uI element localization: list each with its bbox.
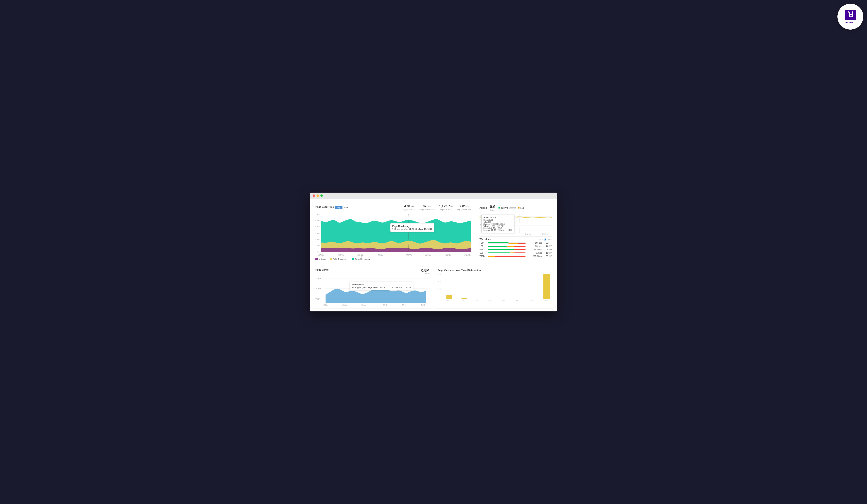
pv-header: Page Views 0.5M Views xyxy=(315,268,429,275)
svg-text:5 %: 5 % xyxy=(438,295,440,297)
stat-render-time: 2.81sec Avg Render Time xyxy=(457,204,471,211)
wv-fill-cls-red xyxy=(514,253,526,254)
wv-bar-fid xyxy=(488,249,525,250)
svg-text:12:00 pm: 12:00 pm xyxy=(357,255,364,257)
wv-users-fcp: 23,845 xyxy=(543,242,552,244)
apdex-panel: Apdex 0.9 Score 82.37 % Satisfied xyxy=(477,202,554,261)
wv-fill-ttfb-red xyxy=(495,256,525,257)
svg-text:5 sec: 5 sec xyxy=(516,300,519,301)
top-row: Page Load Time Avg Perc 4.91sec Avg Load… xyxy=(313,202,554,263)
stat-render-value: 2.81sec xyxy=(457,204,471,208)
stat-dom-label: Avg DOM Time xyxy=(439,209,453,211)
wv-track-fcp xyxy=(488,242,525,243)
satisfied-dot xyxy=(499,207,500,209)
stat-load-time: 4.91sec Avg Load Time xyxy=(403,204,415,211)
wv-track-cls xyxy=(488,253,525,254)
stat-load-label: Avg Load Time xyxy=(403,209,415,211)
wv-fill-fcp-green xyxy=(488,242,509,243)
svg-text:7 sec: 7 sec xyxy=(545,300,548,301)
minimize-button[interactable] xyxy=(317,194,319,197)
wv-bar-ttfb xyxy=(488,256,525,257)
stat-network-time: 976ms Avg Network Time xyxy=(419,204,435,211)
wv-fill-fcp-yellow xyxy=(509,243,518,244)
wv-row-lcp: LCP 3.36 sec 14,677 xyxy=(480,245,552,247)
avg-button[interactable]: Avg xyxy=(335,206,342,209)
stat-network-value: 976ms xyxy=(419,204,435,208)
svg-text:ꓤ: ꓤ xyxy=(848,10,853,19)
pv-count-block: 0.5M Views xyxy=(421,268,429,275)
svg-rect-73 xyxy=(543,274,550,299)
svg-text:12:00 pm: 12:00 pm xyxy=(318,255,324,257)
svg-text:100 ppm: 100 ppm xyxy=(315,288,321,289)
wv-track-fcp2 xyxy=(488,243,525,244)
legend-network-dot xyxy=(315,258,318,260)
svg-rect-71 xyxy=(447,295,452,299)
wv-value-fid: 69.02 ms xyxy=(527,249,542,250)
wv-bar-fcp xyxy=(488,242,525,244)
plt-title: Page Load Time xyxy=(315,205,334,208)
svg-text:12:00 pm: 12:00 pm xyxy=(323,305,328,306)
close-button[interactable] xyxy=(313,194,315,197)
apdex-badges: 82.37 % Satisfied 15.8 xyxy=(499,207,524,209)
pvd-header: Page Views vs Load Time Distribution xyxy=(438,268,552,272)
wv-users-lcp: 14,677 xyxy=(543,245,552,247)
stat-load-value: 4.91sec xyxy=(403,204,415,208)
browser-window: Page Load Time Avg Perc 4.91sec Avg Load… xyxy=(310,193,557,311)
svg-text:12:00 am: 12:00 am xyxy=(425,255,431,257)
heroku-icon: ꓤ xyxy=(844,10,857,21)
tolerated-dot xyxy=(518,207,520,209)
svg-point-15 xyxy=(408,229,409,230)
stat-dom-value: 1,123.7ms xyxy=(439,204,453,208)
wv-fill-lcp-red xyxy=(514,246,526,247)
page-views-panel: Page Views 0.5M Views 150 ppm 100 ppm 50… xyxy=(313,266,432,309)
plt-chart-area: 7 sec 6 sec 5 sec 4 sec 3 sec 2 sec 1 se… xyxy=(315,212,471,257)
wv-fill-fid-green xyxy=(488,249,514,250)
wv-name-lcp: LCP xyxy=(480,245,486,247)
legend-dom-dot xyxy=(330,258,332,260)
stat-dom-time: 1,123.7ms Avg DOM Time xyxy=(439,204,453,211)
apdex-satisfied-pct: 82.37 % xyxy=(501,207,508,209)
svg-text:0 sec: 0 sec xyxy=(447,300,450,301)
legend-rendering-dot xyxy=(352,258,354,260)
svg-text:10 %: 10 % xyxy=(438,288,441,290)
legend-dom: DOM Processing xyxy=(330,258,348,260)
apdex-score-value: 0.9 xyxy=(490,204,495,209)
maximize-button[interactable] xyxy=(320,194,323,197)
page-load-time-panel: Page Load Time Avg Perc 4.91sec Avg Load… xyxy=(313,202,474,263)
svg-point-49 xyxy=(384,288,386,290)
plt-stats: 4.91sec Avg Load Time 976ms Avg Network … xyxy=(403,204,471,211)
wv-fill-lcp-yellow xyxy=(507,246,514,247)
apdex-chart-area: 1 0.5 Apr 12 12:00 am Apr 13 12:00 am xyxy=(480,213,552,235)
pv-chart-area: 150 ppm 100 ppm 50 ppm xyxy=(315,276,429,306)
wv-avg-col: Avg xyxy=(539,238,543,240)
perc-button[interactable]: Perc xyxy=(342,206,350,209)
wv-fill-ttfb-yellow xyxy=(488,256,495,257)
svg-rect-72 xyxy=(461,298,467,299)
svg-text:12:00 pm: 12:00 pm xyxy=(445,255,451,257)
wv-users-ttfb: 60,157 xyxy=(543,255,552,257)
svg-text:12:00 am: 12:00 am xyxy=(464,255,471,257)
svg-text:3 sec: 3 sec xyxy=(315,238,320,240)
svg-text:6 sec: 6 sec xyxy=(315,219,320,222)
svg-text:12:00 am: 12:00 am xyxy=(542,234,548,235)
bottom-row: Page Views 0.5M Views 150 ppm 100 ppm 50… xyxy=(313,266,554,309)
svg-text:12:00 am: 12:00 am xyxy=(342,305,347,306)
pv-svg: 150 ppm 100 ppm 50 ppm xyxy=(315,276,429,306)
svg-text:3 sec: 3 sec xyxy=(489,300,492,301)
heroku-logo: ꓤ HEROKU xyxy=(837,4,863,30)
wv-value-lcp: 3.36 sec xyxy=(527,245,542,247)
svg-text:150 ppm: 150 ppm xyxy=(315,278,321,279)
svg-text:12:00 am: 12:00 am xyxy=(420,305,425,306)
plt-header: Page Load Time Avg Perc 4.91sec Avg Load… xyxy=(315,204,471,211)
wv-fill-fid-red xyxy=(514,249,526,250)
svg-text:6 sec: 6 sec xyxy=(530,300,533,301)
svg-text:12:00 pm: 12:00 pm xyxy=(405,255,412,257)
svg-text:4 sec: 4 sec xyxy=(502,300,505,301)
wv-value-cls: 0.3622 xyxy=(527,252,542,254)
svg-text:4 sec: 4 sec xyxy=(315,232,320,234)
svg-text:2 sec: 2 sec xyxy=(315,245,320,247)
apdex-satisfied-badge: 82.37 % Satisfied xyxy=(499,207,516,209)
wv-bar-cls xyxy=(488,253,525,254)
wv-track-fid xyxy=(488,249,525,250)
wv-fill-cls-green xyxy=(488,253,510,254)
